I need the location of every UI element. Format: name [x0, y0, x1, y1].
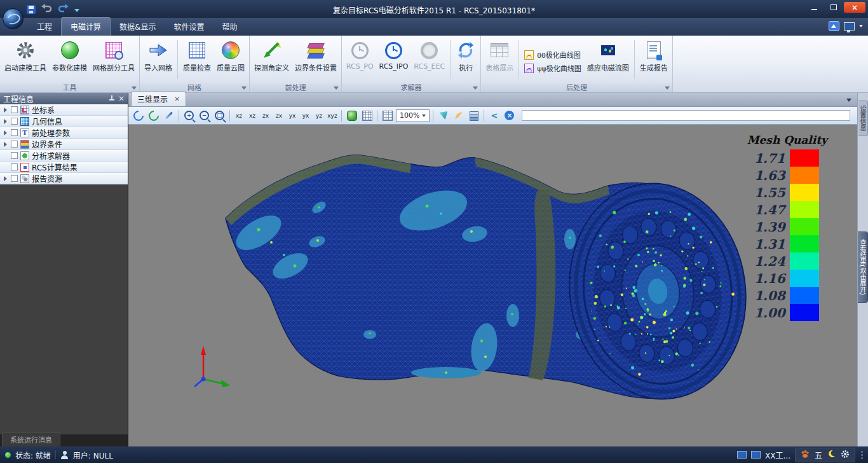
close-button[interactable]: ×: [844, 2, 865, 13]
quality-cloud-button[interactable]: 质量云图: [214, 38, 247, 81]
menu-tab-data-display[interactable]: 数据&显示: [111, 18, 165, 36]
moon-icon[interactable]: [827, 450, 836, 460]
checkbox[interactable]: [11, 129, 18, 136]
zoom-select[interactable]: 100%: [396, 109, 430, 122]
axis-view-button[interactable]: zx: [260, 110, 271, 121]
menu-tab-settings[interactable]: 软件设置: [165, 18, 213, 36]
probe-angle-button[interactable]: 探测角定义: [252, 38, 292, 81]
boundary-settings-button[interactable]: 边界条件设置: [292, 38, 339, 81]
viewport-3d[interactable]: Mesh Quality 1.71 1.63 1.55 1.47 1.39 1.…: [128, 125, 857, 446]
refresh-view-icon[interactable]: [147, 109, 160, 122]
legend-swatch: [790, 235, 819, 252]
menu-tab-project[interactable]: 工程: [28, 18, 61, 36]
annotate-icon[interactable]: [452, 109, 465, 122]
redo-icon[interactable]: [58, 3, 69, 15]
checkbox[interactable]: [11, 118, 18, 125]
panel-toggle-icon[interactable]: [829, 21, 839, 31]
axis-view-button[interactable]: yz: [313, 110, 325, 121]
tab-list-dropdown-icon[interactable]: [846, 99, 851, 102]
mesh-partition-button[interactable]: 网格剖分工具: [90, 38, 137, 81]
tree-item-geometry[interactable]: 几何信息: [0, 116, 128, 127]
group-launcher-icon[interactable]: [132, 86, 137, 90]
statusbar-tray: XX工... 五: [737, 448, 863, 462]
expander-icon[interactable]: [2, 130, 8, 135]
tab-close-icon[interactable]: ×: [174, 95, 180, 102]
checkbox[interactable]: [11, 141, 18, 148]
import-mesh-button[interactable]: 导入网格: [142, 38, 175, 81]
clear-view-icon[interactable]: ×: [503, 109, 516, 122]
checkbox[interactable]: [11, 175, 18, 182]
measure-icon[interactable]: [162, 109, 175, 122]
rotate-view-icon[interactable]: [132, 109, 145, 122]
checkbox[interactable]: [11, 106, 18, 113]
induced-current-button[interactable]: 感应电磁流图: [585, 38, 632, 81]
settings-info-tab[interactable]: 设置信息: [858, 100, 868, 136]
zoom-out-icon[interactable]: −: [198, 109, 211, 122]
monitor-icon[interactable]: [751, 451, 761, 459]
axis-view-button[interactable]: zx: [273, 110, 285, 121]
execute-button[interactable]: 执行: [453, 38, 478, 81]
generate-report-button[interactable]: 生成报告: [637, 38, 670, 81]
expander-icon[interactable]: [2, 119, 8, 124]
bottom-tab-bar: 系统运行消息: [0, 434, 128, 446]
undo-icon[interactable]: [41, 3, 52, 15]
zoom-window-icon[interactable]: □: [213, 109, 226, 122]
psi-curve-button[interactable]: ψψ极化曲线图: [524, 63, 581, 73]
expander-icon[interactable]: [2, 176, 8, 181]
paw-icon[interactable]: [801, 450, 810, 460]
checkbox[interactable]: [11, 163, 18, 170]
menu-tab-em-compute[interactable]: 电磁计算: [61, 17, 111, 36]
rcs-ipo-button[interactable]: RCS_IPO: [377, 38, 411, 81]
tree-item-report-resources[interactable]: 报告资源: [0, 173, 128, 184]
weekday-label[interactable]: 五: [815, 450, 822, 460]
legend-swatch: [790, 218, 819, 235]
export-icon[interactable]: <: [487, 109, 501, 122]
tree-item-solver[interactable]: 分析求解器: [0, 150, 128, 162]
panel-close-icon[interactable]: ×: [118, 95, 125, 102]
status-ready-icon: [5, 452, 11, 458]
wireframe-view-icon[interactable]: [360, 109, 374, 122]
menu-tab-help[interactable]: 帮助: [213, 18, 246, 36]
axis-view-button[interactable]: xyz: [327, 110, 338, 121]
launch-modeling-button[interactable]: 启动建模工具: [2, 38, 49, 81]
axis-view-button[interactable]: xz: [233, 110, 245, 121]
pin-icon[interactable]: [109, 95, 114, 102]
display-grid-icon[interactable]: [381, 109, 394, 122]
group-launcher-icon[interactable]: [473, 86, 478, 90]
menu-dropdown-icon[interactable]: [859, 25, 863, 27]
group-launcher-icon[interactable]: [334, 86, 339, 90]
parametric-modeling-button[interactable]: 参数化建模: [50, 38, 90, 81]
tree-item-rcs-results[interactable]: RCS计算结果: [0, 162, 128, 173]
maximize-button[interactable]: [825, 2, 842, 13]
axis-view-button[interactable]: xz: [247, 110, 258, 121]
shaded-view-icon[interactable]: [345, 109, 358, 122]
mesh-quality-legend: Mesh Quality 1.71 1.63 1.55 1.47 1.39 1.…: [747, 134, 827, 321]
save-icon[interactable]: [27, 5, 36, 14]
tab-3d-display[interactable]: 三维显示 ×: [131, 92, 186, 106]
layers-icon[interactable]: [467, 109, 480, 122]
theta-curve-button[interactable]: θθ极化曲线图: [524, 50, 581, 60]
expander-icon[interactable]: [2, 107, 8, 113]
monitor-icon[interactable]: [737, 451, 747, 459]
zoom-in-icon[interactable]: +: [182, 109, 196, 122]
checkbox[interactable]: [11, 152, 18, 159]
minimize-button[interactable]: [806, 2, 823, 13]
toolbar-filter-input[interactable]: [522, 110, 850, 121]
statusbar: 状态: 就绪 用户: NULL XX工... 五: [0, 446, 868, 463]
tree-item-preprocess-params[interactable]: T 前处理参数: [0, 127, 128, 139]
group-launcher-icon[interactable]: [241, 86, 247, 90]
axis-view-button[interactable]: yx: [287, 110, 298, 121]
axis-view-button[interactable]: yx: [300, 110, 311, 121]
view-results-tab[interactable]: 查看结果(双击展开): [858, 232, 868, 303]
tree-item-boundary[interactable]: 边界条件: [0, 139, 128, 150]
gear-icon[interactable]: [841, 450, 850, 460]
resize-grip[interactable]: [861, 451, 863, 459]
expander-icon[interactable]: [2, 142, 8, 147]
system-messages-tab[interactable]: 系统运行消息: [2, 432, 60, 446]
tree-item-coordinate-system[interactable]: 坐标系: [0, 104, 128, 116]
capture-icon[interactable]: [437, 109, 450, 122]
quality-check-button[interactable]: 质量检查: [180, 38, 214, 81]
group-launcher-icon[interactable]: [665, 86, 670, 90]
display-icon[interactable]: [844, 22, 855, 31]
solver-icon: [20, 151, 29, 160]
